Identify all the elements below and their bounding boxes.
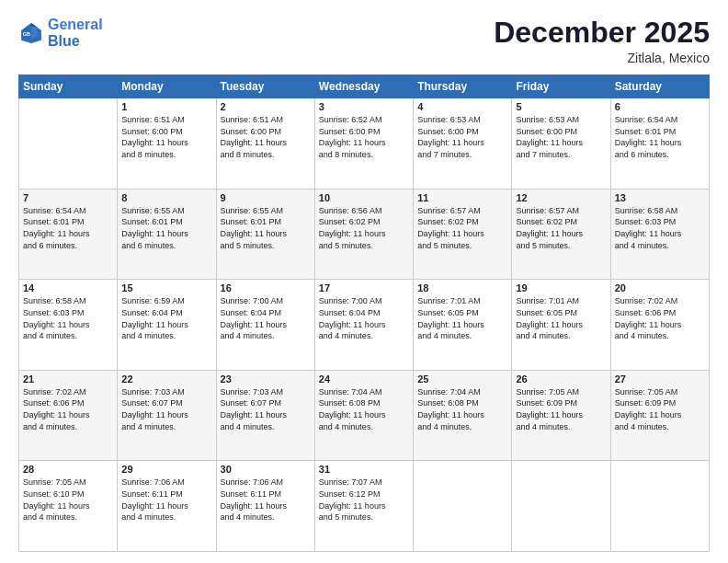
day-number: 31 (319, 464, 409, 475)
day-number: 26 (516, 373, 606, 385)
day-info: Sunrise: 7:03 AM Sunset: 6:07 PM Dayligh… (221, 386, 311, 432)
calendar-cell: 9Sunrise: 6:55 AM Sunset: 6:01 PM Daylig… (216, 189, 314, 280)
calendar-cell: 23Sunrise: 7:03 AM Sunset: 6:07 PM Dayli… (216, 370, 314, 461)
day-info: Sunrise: 7:01 AM Sunset: 6:05 PM Dayligh… (516, 295, 606, 341)
week-row-3: 14Sunrise: 6:58 AM Sunset: 6:03 PM Dayli… (19, 280, 710, 371)
calendar-cell: 26Sunrise: 7:05 AM Sunset: 6:09 PM Dayli… (512, 370, 610, 461)
calendar-cell: 4Sunrise: 6:53 AM Sunset: 6:00 PM Daylig… (414, 98, 512, 190)
day-info: Sunrise: 6:58 AM Sunset: 6:03 PM Dayligh… (23, 295, 113, 341)
day-number: 19 (516, 282, 606, 293)
calendar-cell: 11Sunrise: 6:57 AM Sunset: 6:02 PM Dayli… (414, 189, 512, 280)
calendar-cell: 25Sunrise: 7:04 AM Sunset: 6:08 PM Dayli… (414, 370, 512, 461)
calendar-cell: 16Sunrise: 7:00 AM Sunset: 6:04 PM Dayli… (216, 280, 314, 371)
week-row-5: 28Sunrise: 7:05 AM Sunset: 6:10 PM Dayli… (19, 461, 710, 552)
calendar-cell: 14Sunrise: 6:58 AM Sunset: 6:03 PM Dayli… (19, 280, 118, 371)
calendar-cell: 19Sunrise: 7:01 AM Sunset: 6:05 PM Dayli… (512, 280, 610, 371)
day-info: Sunrise: 6:53 AM Sunset: 6:00 PM Dayligh… (516, 114, 606, 160)
day-number: 25 (417, 373, 507, 385)
day-number: 28 (23, 464, 113, 475)
title-area: December 2025 Zitlala, Mexico (494, 17, 710, 65)
day-info: Sunrise: 6:55 AM Sunset: 6:01 PM Dayligh… (221, 205, 311, 251)
weekday-header-sunday: Sunday (19, 75, 118, 98)
day-number: 14 (23, 282, 113, 293)
day-number: 15 (121, 282, 211, 293)
calendar-cell: 22Sunrise: 7:03 AM Sunset: 6:07 PM Dayli… (118, 370, 216, 461)
week-row-1: 1Sunrise: 6:51 AM Sunset: 6:00 PM Daylig… (19, 98, 710, 190)
day-info: Sunrise: 6:56 AM Sunset: 6:02 PM Dayligh… (319, 205, 409, 251)
day-info: Sunrise: 7:00 AM Sunset: 6:04 PM Dayligh… (221, 295, 311, 341)
day-number: 18 (417, 282, 507, 293)
weekday-header-tuesday: Tuesday (216, 75, 314, 98)
logo-general: General (48, 17, 103, 32)
calendar-cell (610, 461, 709, 552)
calendar-cell: 1Sunrise: 6:51 AM Sunset: 6:00 PM Daylig… (118, 98, 216, 190)
day-info: Sunrise: 7:04 AM Sunset: 6:08 PM Dayligh… (417, 386, 507, 432)
calendar-cell: 17Sunrise: 7:00 AM Sunset: 6:04 PM Dayli… (314, 280, 413, 371)
day-number: 9 (221, 192, 311, 203)
day-number: 27 (615, 373, 705, 385)
calendar-cell: 27Sunrise: 7:05 AM Sunset: 6:09 PM Dayli… (610, 370, 709, 461)
calendar-table: SundayMondayTuesdayWednesdayThursdayFrid… (18, 75, 710, 552)
calendar-cell: 7Sunrise: 6:54 AM Sunset: 6:01 PM Daylig… (19, 189, 118, 280)
day-info: Sunrise: 6:52 AM Sunset: 6:00 PM Dayligh… (319, 114, 409, 160)
day-info: Sunrise: 7:02 AM Sunset: 6:06 PM Dayligh… (23, 386, 113, 432)
day-number: 4 (417, 101, 507, 112)
calendar-cell: 5Sunrise: 6:53 AM Sunset: 6:00 PM Daylig… (512, 98, 610, 190)
day-info: Sunrise: 7:03 AM Sunset: 6:07 PM Dayligh… (121, 386, 211, 432)
calendar-cell: 3Sunrise: 6:52 AM Sunset: 6:00 PM Daylig… (314, 98, 413, 190)
logo: GB General Blue (18, 17, 103, 49)
day-number: 13 (615, 192, 705, 203)
calendar-cell (19, 98, 118, 190)
calendar-cell: 28Sunrise: 7:05 AM Sunset: 6:10 PM Dayli… (19, 461, 118, 552)
day-number: 3 (319, 101, 409, 112)
day-info: Sunrise: 7:06 AM Sunset: 6:11 PM Dayligh… (221, 477, 311, 523)
day-number: 8 (121, 192, 211, 203)
calendar-cell: 31Sunrise: 7:07 AM Sunset: 6:12 PM Dayli… (314, 461, 413, 552)
day-info: Sunrise: 6:53 AM Sunset: 6:00 PM Dayligh… (417, 114, 507, 160)
day-info: Sunrise: 7:00 AM Sunset: 6:04 PM Dayligh… (319, 295, 409, 341)
day-info: Sunrise: 6:51 AM Sunset: 6:00 PM Dayligh… (221, 114, 311, 160)
calendar-cell: 29Sunrise: 7:06 AM Sunset: 6:11 PM Dayli… (118, 461, 216, 552)
calendar-cell: 2Sunrise: 6:51 AM Sunset: 6:00 PM Daylig… (216, 98, 314, 190)
day-info: Sunrise: 6:55 AM Sunset: 6:01 PM Dayligh… (121, 205, 211, 251)
day-number: 21 (23, 373, 113, 385)
day-info: Sunrise: 7:06 AM Sunset: 6:11 PM Dayligh… (121, 477, 211, 523)
calendar-cell: 18Sunrise: 7:01 AM Sunset: 6:05 PM Dayli… (414, 280, 512, 371)
weekday-header-monday: Monday (118, 75, 216, 98)
day-number: 22 (121, 373, 211, 385)
weekday-header-wednesday: Wednesday (314, 75, 413, 98)
calendar-cell (414, 461, 512, 552)
logo-text: General Blue (48, 17, 103, 49)
day-number: 7 (23, 192, 113, 203)
day-info: Sunrise: 7:07 AM Sunset: 6:12 PM Dayligh… (319, 477, 409, 523)
page: GB General Blue December 2025 Zitlala, M… (0, 0, 728, 563)
weekday-header-saturday: Saturday (610, 75, 709, 98)
day-number: 10 (319, 192, 409, 203)
calendar-cell: 6Sunrise: 6:54 AM Sunset: 6:01 PM Daylig… (610, 98, 709, 190)
day-info: Sunrise: 7:01 AM Sunset: 6:05 PM Dayligh… (417, 295, 507, 341)
calendar-cell: 30Sunrise: 7:06 AM Sunset: 6:11 PM Dayli… (216, 461, 314, 552)
weekday-header-thursday: Thursday (414, 75, 512, 98)
day-number: 29 (121, 464, 211, 475)
location-subtitle: Zitlala, Mexico (494, 51, 710, 65)
day-number: 12 (516, 192, 606, 203)
weekday-header-friday: Friday (512, 75, 610, 98)
calendar-cell: 10Sunrise: 6:56 AM Sunset: 6:02 PM Dayli… (314, 189, 413, 280)
day-number: 24 (319, 373, 409, 385)
svg-text:GB: GB (23, 31, 30, 37)
day-info: Sunrise: 7:05 AM Sunset: 6:10 PM Dayligh… (23, 477, 113, 523)
week-row-4: 21Sunrise: 7:02 AM Sunset: 6:06 PM Dayli… (19, 370, 710, 461)
day-info: Sunrise: 7:05 AM Sunset: 6:09 PM Dayligh… (516, 386, 606, 432)
day-info: Sunrise: 7:02 AM Sunset: 6:06 PM Dayligh… (615, 295, 705, 341)
header-row: SundayMondayTuesdayWednesdayThursdayFrid… (19, 75, 710, 98)
calendar-cell: 8Sunrise: 6:55 AM Sunset: 6:01 PM Daylig… (118, 189, 216, 280)
calendar-cell: 20Sunrise: 7:02 AM Sunset: 6:06 PM Dayli… (610, 280, 709, 371)
day-number: 1 (121, 101, 211, 112)
day-number: 20 (615, 282, 705, 293)
calendar-cell: 12Sunrise: 6:57 AM Sunset: 6:02 PM Dayli… (512, 189, 610, 280)
day-info: Sunrise: 6:59 AM Sunset: 6:04 PM Dayligh… (121, 295, 211, 341)
day-number: 16 (221, 282, 311, 293)
day-info: Sunrise: 6:54 AM Sunset: 6:01 PM Dayligh… (23, 205, 113, 251)
logo-icon: GB (18, 20, 44, 46)
day-info: Sunrise: 6:58 AM Sunset: 6:03 PM Dayligh… (615, 205, 705, 251)
